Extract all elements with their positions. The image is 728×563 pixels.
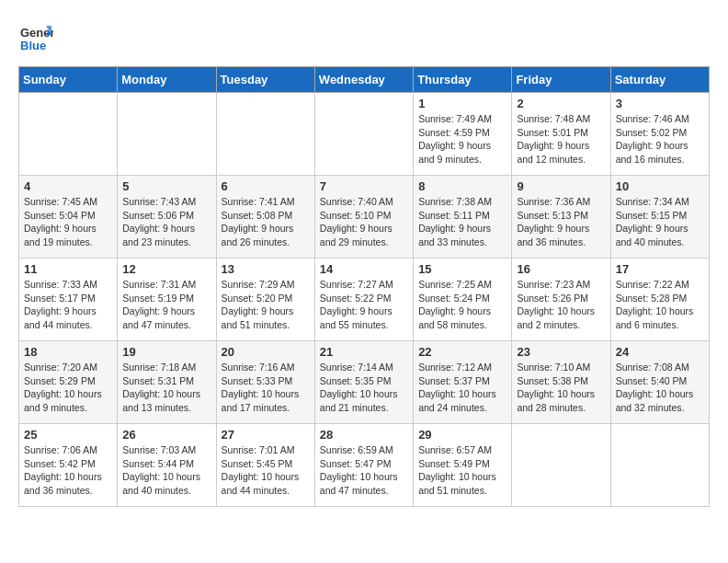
day-info: Sunrise: 7:01 AM Sunset: 5:45 PM Dayligh…	[222, 443, 310, 498]
page-header: General Blue	[18, 18, 710, 57]
day-cell: 24Sunrise: 7:08 AM Sunset: 5:40 PM Dayli…	[610, 341, 709, 424]
day-cell	[314, 93, 413, 176]
day-number: 13	[222, 262, 310, 276]
day-cell: 16Sunrise: 7:23 AM Sunset: 5:26 PM Dayli…	[512, 259, 610, 341]
day-cell: 3Sunrise: 7:46 AM Sunset: 5:02 PM Daylig…	[610, 93, 709, 176]
day-cell: 11Sunrise: 7:33 AM Sunset: 5:17 PM Dayli…	[19, 259, 118, 341]
day-cell: 25Sunrise: 7:06 AM Sunset: 5:42 PM Dayli…	[19, 424, 118, 507]
day-cell	[216, 93, 314, 176]
day-number: 20	[222, 345, 310, 359]
col-header-saturday: Saturday	[610, 67, 709, 93]
day-number: 22	[418, 345, 506, 359]
day-number: 15	[418, 262, 506, 276]
day-info: Sunrise: 7:38 AM Sunset: 5:11 PM Dayligh…	[418, 195, 506, 249]
day-info: Sunrise: 7:36 AM Sunset: 5:13 PM Dayligh…	[517, 195, 605, 249]
day-cell: 13Sunrise: 7:29 AM Sunset: 5:20 PM Dayli…	[216, 259, 314, 341]
week-row-1: 1Sunrise: 7:49 AM Sunset: 4:59 PM Daylig…	[19, 93, 710, 176]
day-cell: 10Sunrise: 7:34 AM Sunset: 5:15 PM Dayli…	[610, 176, 709, 259]
day-info: Sunrise: 7:34 AM Sunset: 5:15 PM Dayligh…	[616, 195, 704, 249]
day-number: 10	[616, 179, 704, 193]
day-info: Sunrise: 7:16 AM Sunset: 5:33 PM Dayligh…	[222, 361, 310, 415]
day-cell	[118, 93, 216, 176]
day-info: Sunrise: 7:18 AM Sunset: 5:31 PM Dayligh…	[122, 361, 210, 415]
week-row-5: 25Sunrise: 7:06 AM Sunset: 5:42 PM Dayli…	[19, 424, 710, 507]
day-cell: 14Sunrise: 7:27 AM Sunset: 5:22 PM Dayli…	[314, 259, 413, 341]
day-number: 29	[418, 428, 506, 442]
day-number: 3	[616, 97, 704, 110]
week-row-4: 18Sunrise: 7:20 AM Sunset: 5:29 PM Dayli…	[19, 341, 710, 424]
day-info: Sunrise: 7:46 AM Sunset: 5:02 PM Dayligh…	[616, 112, 704, 167]
day-info: Sunrise: 7:25 AM Sunset: 5:24 PM Dayligh…	[418, 278, 506, 332]
day-cell	[610, 424, 709, 507]
day-info: Sunrise: 7:29 AM Sunset: 5:20 PM Dayligh…	[222, 278, 310, 332]
day-info: Sunrise: 7:49 AM Sunset: 4:59 PM Dayligh…	[418, 112, 506, 167]
day-info: Sunrise: 7:33 AM Sunset: 5:17 PM Dayligh…	[24, 278, 112, 332]
day-info: Sunrise: 6:57 AM Sunset: 5:49 PM Dayligh…	[418, 443, 506, 498]
day-info: Sunrise: 7:31 AM Sunset: 5:19 PM Dayligh…	[122, 278, 210, 332]
week-row-3: 11Sunrise: 7:33 AM Sunset: 5:17 PM Dayli…	[19, 259, 710, 341]
day-info: Sunrise: 7:06 AM Sunset: 5:42 PM Dayligh…	[24, 443, 112, 498]
col-header-friday: Friday	[512, 67, 610, 93]
day-number: 4	[24, 179, 112, 193]
logo-icon: General Blue	[18, 18, 53, 53]
day-cell	[512, 424, 610, 507]
day-number: 18	[24, 345, 112, 359]
day-info: Sunrise: 7:41 AM Sunset: 5:08 PM Dayligh…	[222, 195, 310, 249]
day-cell: 22Sunrise: 7:12 AM Sunset: 5:37 PM Dayli…	[414, 341, 512, 424]
day-number: 24	[616, 345, 704, 359]
calendar-table: SundayMondayTuesdayWednesdayThursdayFrid…	[18, 66, 710, 507]
day-cell: 7Sunrise: 7:40 AM Sunset: 5:10 PM Daylig…	[314, 176, 413, 259]
day-cell	[19, 93, 118, 176]
day-info: Sunrise: 7:48 AM Sunset: 5:01 PM Dayligh…	[517, 112, 605, 167]
col-header-thursday: Thursday	[414, 67, 512, 93]
day-info: Sunrise: 7:27 AM Sunset: 5:22 PM Dayligh…	[320, 278, 408, 332]
day-number: 27	[222, 428, 310, 442]
day-info: Sunrise: 7:12 AM Sunset: 5:37 PM Dayligh…	[418, 361, 506, 415]
day-cell: 23Sunrise: 7:10 AM Sunset: 5:38 PM Dayli…	[512, 341, 610, 424]
day-number: 17	[616, 262, 704, 276]
day-number: 5	[122, 179, 210, 193]
day-info: Sunrise: 6:59 AM Sunset: 5:47 PM Dayligh…	[320, 443, 408, 498]
day-number: 12	[122, 262, 210, 276]
day-cell: 15Sunrise: 7:25 AM Sunset: 5:24 PM Dayli…	[414, 259, 512, 341]
week-row-2: 4Sunrise: 7:45 AM Sunset: 5:04 PM Daylig…	[19, 176, 710, 259]
day-info: Sunrise: 7:22 AM Sunset: 5:28 PM Dayligh…	[616, 278, 704, 332]
col-header-monday: Monday	[118, 67, 216, 93]
day-info: Sunrise: 7:40 AM Sunset: 5:10 PM Dayligh…	[320, 195, 408, 249]
day-cell: 29Sunrise: 6:57 AM Sunset: 5:49 PM Dayli…	[414, 424, 512, 507]
day-info: Sunrise: 7:45 AM Sunset: 5:04 PM Dayligh…	[24, 195, 112, 249]
day-cell: 12Sunrise: 7:31 AM Sunset: 5:19 PM Dayli…	[118, 259, 216, 341]
col-header-sunday: Sunday	[19, 67, 118, 93]
day-number: 1	[418, 97, 506, 110]
day-cell: 27Sunrise: 7:01 AM Sunset: 5:45 PM Dayli…	[216, 424, 314, 507]
day-cell: 6Sunrise: 7:41 AM Sunset: 5:08 PM Daylig…	[216, 176, 314, 259]
logo: General Blue	[18, 18, 53, 57]
day-info: Sunrise: 7:20 AM Sunset: 5:29 PM Dayligh…	[24, 361, 112, 415]
day-cell: 20Sunrise: 7:16 AM Sunset: 5:33 PM Dayli…	[216, 341, 314, 424]
day-cell: 18Sunrise: 7:20 AM Sunset: 5:29 PM Dayli…	[19, 341, 118, 424]
day-cell: 28Sunrise: 6:59 AM Sunset: 5:47 PM Dayli…	[314, 424, 413, 507]
day-number: 7	[320, 179, 408, 193]
svg-text:Blue: Blue	[20, 39, 46, 52]
day-info: Sunrise: 7:10 AM Sunset: 5:38 PM Dayligh…	[517, 361, 605, 415]
day-cell: 5Sunrise: 7:43 AM Sunset: 5:06 PM Daylig…	[118, 176, 216, 259]
day-info: Sunrise: 7:14 AM Sunset: 5:35 PM Dayligh…	[320, 361, 408, 415]
day-number: 6	[222, 179, 310, 193]
day-cell: 9Sunrise: 7:36 AM Sunset: 5:13 PM Daylig…	[512, 176, 610, 259]
day-info: Sunrise: 7:08 AM Sunset: 5:40 PM Dayligh…	[616, 361, 704, 415]
day-cell: 8Sunrise: 7:38 AM Sunset: 5:11 PM Daylig…	[414, 176, 512, 259]
day-cell: 1Sunrise: 7:49 AM Sunset: 4:59 PM Daylig…	[414, 93, 512, 176]
day-number: 19	[122, 345, 210, 359]
day-number: 25	[24, 428, 112, 442]
day-number: 9	[517, 179, 605, 193]
day-cell: 19Sunrise: 7:18 AM Sunset: 5:31 PM Dayli…	[118, 341, 216, 424]
col-header-wednesday: Wednesday	[314, 67, 413, 93]
day-cell: 2Sunrise: 7:48 AM Sunset: 5:01 PM Daylig…	[512, 93, 610, 176]
day-number: 8	[418, 179, 506, 193]
day-info: Sunrise: 7:03 AM Sunset: 5:44 PM Dayligh…	[122, 443, 210, 498]
day-number: 11	[24, 262, 112, 276]
day-number: 21	[320, 345, 408, 359]
day-number: 2	[517, 97, 605, 110]
day-number: 23	[517, 345, 605, 359]
day-number: 26	[122, 428, 210, 442]
